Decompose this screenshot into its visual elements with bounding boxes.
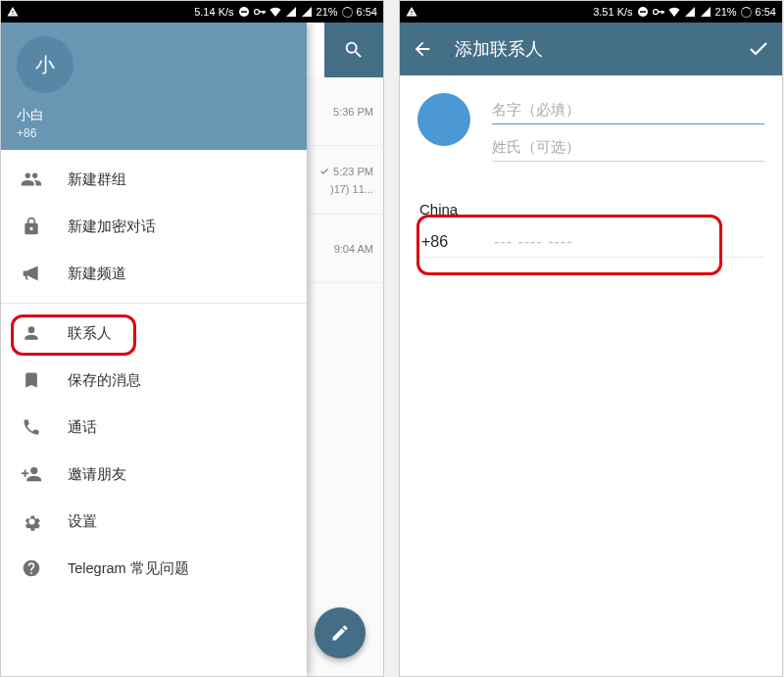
add-contact-form: China +86 --- ---- ---- [400,75,782,275]
phone-icon [21,416,42,438]
chat-time: 5:36 PM [333,106,373,118]
svg-rect-1 [241,11,247,13]
dnd-icon [238,6,250,18]
phone-number-input[interactable]: --- ---- ---- [494,233,573,251]
search-icon[interactable] [343,39,365,61]
country-code[interactable]: +86 [421,233,465,251]
signal-icon-2 [700,6,711,18]
drawer-item-invite-friends[interactable]: 邀请朋友 [1,451,307,498]
country-label: China [419,201,458,218]
navigation-drawer: 小 小白 +86 新建群组 新建加密对话 [1,23,307,676]
drawer-item-label: 新建加密对话 [68,218,156,236]
chat-row-remnant[interactable]: 9:04 AM [306,215,383,283]
signal-icon-2 [301,6,313,18]
drawer-item-label: 新建频道 [68,265,126,283]
svg-point-8 [653,10,658,15]
person-add-icon [21,463,42,485]
drawer-item-new-channel[interactable]: 新建频道 [1,250,307,297]
battery-percentage: 21% [715,6,737,18]
phone-left-drawer-screen: 5.14 K/s 21% 6:54 [0,0,384,677]
svg-rect-10 [662,11,662,14]
chat-time: 5:23 PM [333,166,373,177]
drawer-item-label: Telegram 常见问题 [68,559,189,578]
status-bar: 3.51 K/s 21% 6:54 [400,1,782,23]
add-contact-toolbar: 添加联系人 [400,23,782,75]
drawer-item-contacts[interactable]: 联系人 [1,310,307,357]
avatar[interactable]: 小 [17,36,74,93]
warning-icon [406,6,417,18]
svg-rect-5 [264,11,265,13]
wifi-icon [668,6,680,18]
drawer-item-new-group[interactable]: 新建群组 [1,156,307,203]
phone-right-add-contact-screen: 3.51 K/s 21% 6:54 [399,0,783,677]
group-icon [21,169,42,190]
warning-icon [7,6,19,18]
drawer-divider [1,303,307,304]
drawer-item-label: 邀请朋友 [68,465,126,484]
toolbar-title: 添加联系人 [455,37,747,61]
drawer-item-label: 保存的消息 [68,371,141,390]
drawer-user-phone: +86 [17,126,291,140]
drawer-item-settings[interactable]: 设置 [1,498,307,545]
loading-spinner-icon [741,7,752,18]
help-icon [21,557,42,579]
clock-time: 6:54 [357,6,377,18]
megaphone-icon [21,263,42,284]
vpn-key-icon [254,6,266,18]
last-name-input[interactable] [492,130,764,162]
network-speed: 3.51 K/s [593,6,632,18]
wifi-icon [270,6,281,18]
main-toolbar-remnant [324,23,383,77]
loading-spinner-icon [342,7,353,18]
drawer-item-label: 联系人 [68,324,112,343]
first-name-input[interactable] [492,93,764,124]
drawer-user-name: 小白 [17,107,291,124]
drawer-header[interactable]: 小 小白 +86 [1,23,307,150]
back-arrow-icon[interactable] [412,38,433,60]
svg-rect-4 [263,11,264,14]
confirm-check-icon[interactable] [747,37,770,61]
dnd-icon [637,6,649,18]
compose-fab[interactable] [315,607,366,658]
contact-avatar-placeholder[interactable] [417,93,470,146]
svg-point-2 [254,10,259,15]
battery-percentage: 21% [317,6,338,18]
drawer-item-saved-messages[interactable]: 保存的消息 [1,357,307,404]
status-bar: 5.14 K/s 21% 6:54 [1,1,383,23]
lock-icon [21,216,42,237]
gear-icon [21,510,42,532]
phone-input-row[interactable]: +86 --- ---- ---- [417,223,764,258]
network-speed: 5.14 K/s [194,6,233,18]
person-icon [21,322,42,344]
vpn-key-icon [653,6,664,18]
drawer-item-label: 设置 [68,512,97,531]
drawer-item-new-secret-chat[interactable]: 新建加密对话 [1,203,307,250]
chat-list-remnant: 5:36 PM 5:23 PM )17) 11... 9:04 AM [305,77,383,676]
drawer-item-calls[interactable]: 通话 [1,404,307,451]
chat-row-remnant[interactable]: 5:23 PM )17) 11... [306,146,383,215]
country-selector[interactable]: China [417,201,764,223]
chat-preview: )17) 11... [330,183,373,195]
avatar-initial: 小 [35,52,55,78]
drawer-item-faq[interactable]: Telegram 常见问题 [1,545,307,592]
signal-icon [684,6,696,18]
bookmark-icon [21,369,42,391]
clock-time: 6:54 [756,6,776,18]
signal-icon [285,6,297,18]
drawer-menu: 新建群组 新建加密对话 新建频道 [1,150,307,676]
check-icon [318,167,330,176]
drawer-item-label: 通话 [68,418,97,437]
drawer-item-label: 新建群组 [68,170,126,189]
chat-time: 9:04 AM [334,243,373,255]
svg-rect-7 [640,11,646,13]
chat-row-remnant[interactable]: 5:36 PM [306,77,383,146]
svg-rect-11 [662,11,663,13]
